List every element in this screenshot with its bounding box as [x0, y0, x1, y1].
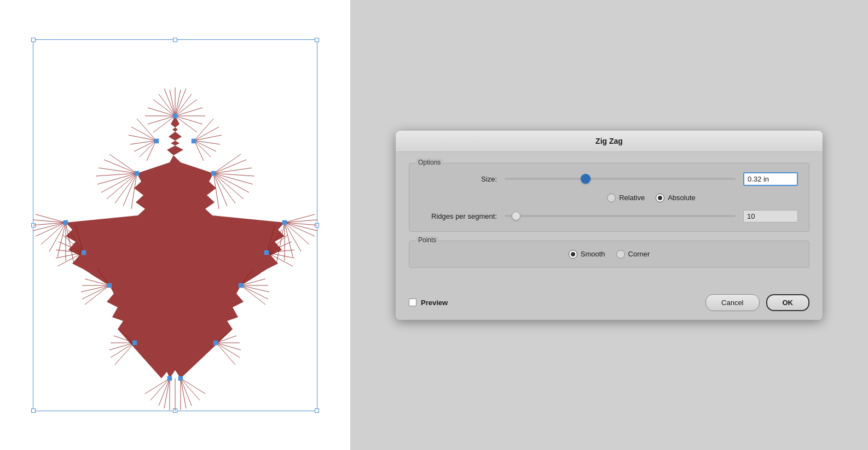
corner-radio-item[interactable]: Corner [616, 250, 650, 259]
svg-line-26 [213, 173, 219, 209]
absolute-radio-label: Absolute [668, 194, 696, 202]
svg-line-118 [109, 343, 134, 350]
svg-line-54 [145, 378, 170, 394]
svg-line-87 [194, 141, 211, 157]
svg-line-56 [82, 285, 109, 299]
svg-rect-133 [264, 250, 269, 255]
zigzag-star-art: .zz-path { fill: none; stroke: #8b1a1a; … [33, 39, 317, 411]
dialog-titlebar: Zig Zag [396, 131, 823, 152]
svg-line-22 [213, 173, 249, 192]
canvas-area: .zz-path { fill: none; stroke: #8b1a1a; … [0, 0, 350, 450]
points-mode-row: Smooth Corner [420, 250, 798, 259]
svg-line-13 [175, 116, 202, 124]
ridges-label: Ridges per segment: [420, 212, 497, 220]
size-slider-track[interactable] [505, 178, 736, 180]
ridges-input[interactable] [743, 210, 798, 223]
svg-rect-123 [211, 171, 216, 176]
ridges-slider-track[interactable] [505, 215, 736, 217]
svg-line-116 [115, 343, 134, 365]
points-radio-group: Smooth Corner [420, 250, 798, 259]
svg-line-69 [57, 223, 66, 257]
svg-rect-122 [173, 114, 177, 118]
size-input[interactable] [743, 172, 798, 186]
relative-radio-label: Relative [619, 194, 645, 202]
svg-line-95 [147, 141, 156, 161]
svg-line-74 [99, 168, 137, 173]
points-label: Points [416, 236, 438, 244]
svg-line-24 [213, 173, 235, 203]
svg-line-21 [213, 173, 253, 184]
absolute-radio-dot [658, 196, 662, 200]
corner-radio-circle[interactable] [616, 250, 625, 259]
ok-button[interactable]: OK [766, 294, 810, 311]
button-group: Cancel OK [705, 294, 809, 311]
svg-line-20 [213, 173, 254, 176]
svg-line-79 [115, 173, 137, 203]
svg-line-94 [140, 141, 156, 157]
svg-line-80 [123, 173, 137, 206]
svg-rect-125 [239, 283, 243, 288]
corner-radio-label: Corner [628, 250, 650, 258]
svg-rect-130 [135, 171, 139, 176]
svg-line-68 [49, 223, 66, 252]
svg-line-110 [216, 343, 235, 365]
svg-rect-127 [167, 376, 172, 381]
absolute-radio-circle[interactable] [656, 194, 664, 202]
svg-line-14 [148, 116, 175, 124]
svg-rect-132 [154, 139, 159, 143]
svg-rect-129 [63, 220, 68, 225]
size-slider-thumb[interactable] [581, 174, 591, 184]
relative-radio-item[interactable]: Relative [607, 194, 645, 202]
ridges-slider-thumb[interactable] [512, 212, 520, 220]
points-section: Points Smooth Corner [409, 241, 809, 268]
canvas-inner: .zz-path { fill: none; stroke: #8b1a1a; … [33, 39, 317, 411]
smooth-radio-item[interactable]: Smooth [569, 250, 605, 259]
svg-line-10 [148, 108, 175, 116]
svg-line-44 [181, 378, 192, 406]
size-row: Size: [420, 172, 798, 186]
svg-line-90 [131, 127, 156, 141]
svg-line-33 [285, 223, 301, 252]
svg-line-49 [164, 378, 170, 408]
svg-rect-134 [82, 250, 86, 255]
size-mode-row: Relative Absolute [420, 194, 798, 202]
smooth-radio-label: Smooth [581, 250, 605, 258]
svg-rect-126 [178, 376, 183, 381]
dialog-bottom: Preview Cancel OK [396, 288, 823, 320]
svg-line-25 [213, 173, 227, 206]
svg-rect-136 [132, 341, 137, 345]
svg-line-38 [241, 285, 268, 299]
size-mode-radio-group: Relative Absolute [505, 194, 798, 202]
svg-line-53 [181, 378, 205, 394]
svg-line-77 [101, 173, 137, 192]
absolute-radio-item[interactable]: Absolute [656, 194, 696, 202]
relative-radio-circle[interactable] [607, 194, 616, 202]
cancel-button[interactable]: Cancel [705, 294, 759, 311]
svg-rect-135 [213, 341, 218, 345]
options-section: Options Size: [409, 163, 809, 232]
dialog-body: Options Size: [396, 152, 823, 288]
svg-line-76 [97, 173, 137, 184]
ridges-row: Ridges per segment: [420, 210, 798, 223]
svg-line-111 [216, 343, 240, 358]
svg-line-81 [131, 173, 137, 209]
svg-line-52 [151, 378, 170, 400]
smooth-radio-circle[interactable] [569, 250, 577, 259]
svg-line-51 [181, 378, 200, 400]
svg-rect-128 [107, 283, 112, 288]
dialog-title: Zig Zag [595, 137, 623, 145]
svg-line-19 [213, 168, 252, 173]
svg-line-88 [194, 141, 204, 161]
smooth-radio-dot [571, 252, 575, 256]
size-label: Size: [420, 175, 497, 183]
preview-checkbox[interactable] [409, 299, 416, 306]
preview-check-group: Preview [409, 299, 448, 307]
size-slider-fill [505, 178, 586, 180]
svg-line-9 [175, 108, 202, 116]
svg-line-45 [181, 378, 186, 408]
svg-line-117 [111, 343, 134, 358]
svg-line-112 [216, 343, 241, 350]
zig-zag-dialog: Zig Zag Options Size: [396, 131, 823, 320]
dialog-wrapper: Zig Zag Options Size: [350, 0, 868, 450]
svg-rect-131 [192, 139, 196, 143]
